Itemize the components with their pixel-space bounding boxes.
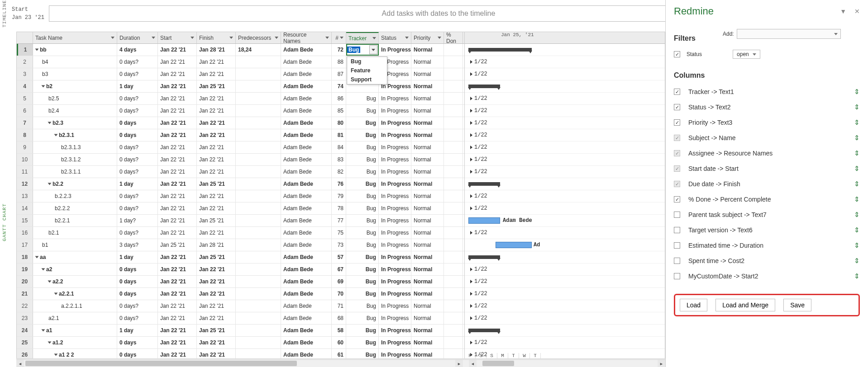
status-cell[interactable]: In Progress (379, 202, 411, 214)
expand-caret-icon[interactable] (35, 256, 39, 259)
number-cell[interactable]: 67 (332, 263, 346, 275)
start-cell[interactable]: Jan 22 '21 (158, 337, 197, 348)
start-cell[interactable]: Jan 22 '21 (158, 288, 197, 300)
tracker-cell[interactable]: Bug (346, 300, 379, 312)
priority-cell[interactable]: Normal (411, 56, 444, 68)
finish-cell[interactable]: Jan 22 '21 (197, 227, 236, 239)
status-cell[interactable]: In Progress (379, 300, 411, 312)
status-cell[interactable]: In Progress (379, 105, 411, 117)
dropdown-icon[interactable]: ▼ (840, 8, 846, 15)
start-cell[interactable]: Jan 22 '21 (158, 80, 197, 92)
tracker-option[interactable]: Feature (347, 66, 387, 75)
priority-cell[interactable]: Normal (411, 141, 444, 153)
row-number[interactable]: 22 (17, 300, 33, 312)
finish-cell[interactable]: Jan 25 '21 (197, 325, 236, 336)
resource-cell[interactable]: Adam Bede (281, 239, 332, 251)
predecessors-cell[interactable]: 18,24 (236, 44, 281, 56)
expand-caret-icon[interactable] (48, 122, 52, 124)
table-row[interactable]: 3b30 days?Jan 22 '21Jan 22 '21Adam Bede8… (17, 68, 464, 80)
table-row[interactable]: 13b.2.2.30 days?Jan 22 '21Jan 22 '21Adam… (17, 190, 464, 202)
start-cell[interactable]: Jan 22 '21 (158, 129, 197, 141)
task-name-cell[interactable]: b2.3.1.1 (33, 166, 117, 178)
scroll-right-icon[interactable]: ► (455, 360, 463, 367)
tracker-cell[interactable]: Bug (346, 263, 379, 275)
start-cell[interactable]: Jan 22 '21 (158, 300, 197, 312)
row-number[interactable]: 21 (17, 288, 33, 300)
table-row[interactable]: 17b13 days?Jan 25 '21Jan 28 '21Adam Bede… (17, 239, 464, 251)
pct-cell[interactable] (444, 190, 463, 202)
task-name-cell[interactable]: b2.2.2 (33, 202, 117, 214)
duration-cell[interactable]: 0 days (117, 117, 158, 129)
table-row[interactable]: 4b21 dayJan 22 '21Jan 25 '21Adam Bede74I… (17, 80, 464, 93)
header-start[interactable]: Start (158, 32, 197, 43)
start-cell[interactable]: Jan 22 '21 (158, 312, 197, 324)
tracker-cell[interactable]: Bug (346, 239, 379, 251)
predecessors-cell[interactable] (236, 80, 281, 92)
start-cell[interactable]: Jan 22 '21 (158, 263, 197, 275)
pct-cell[interactable] (444, 337, 463, 348)
priority-cell[interactable]: Normal (411, 239, 444, 251)
duration-cell[interactable]: 0 days? (117, 227, 158, 239)
drag-handle-icon[interactable]: ⇕ (854, 180, 860, 188)
status-cell[interactable]: In Progress (379, 325, 411, 336)
finish-cell[interactable]: Jan 28 '21 (197, 44, 236, 56)
header-duration[interactable]: Duration (117, 32, 158, 43)
header-priority[interactable]: Priority (411, 32, 444, 43)
predecessors-cell[interactable] (236, 276, 281, 287)
finish-cell[interactable]: Jan 22 '21 (197, 154, 236, 165)
table-row[interactable]: 6b2.40 days?Jan 22 '21Jan 22 '21Adam Bed… (17, 105, 464, 117)
finish-cell[interactable]: Jan 22 '21 (197, 56, 236, 68)
finish-cell[interactable]: Jan 22 '21 (197, 202, 236, 214)
number-cell[interactable]: 78 (332, 202, 346, 214)
load-merge-button[interactable]: Load and Merge (715, 299, 775, 311)
horizontal-scrollbar[interactable]: ◄ ► ◄ ► (16, 359, 665, 367)
start-cell[interactable]: Jan 22 '21 (158, 202, 197, 214)
resource-cell[interactable]: Adam Bede (281, 80, 332, 92)
expand-caret-icon[interactable] (42, 85, 45, 88)
predecessors-cell[interactable] (236, 56, 281, 68)
status-cell[interactable]: In Progress (379, 239, 411, 251)
number-cell[interactable]: 74 (332, 80, 346, 92)
row-number[interactable]: 24 (17, 325, 33, 336)
duration-cell[interactable]: 0 days? (117, 93, 158, 104)
chevron-down-icon[interactable] (372, 37, 376, 39)
finish-cell[interactable]: Jan 22 '21 (197, 93, 236, 104)
duration-cell[interactable]: 0 days (117, 276, 158, 287)
finish-cell[interactable]: Jan 22 '21 (197, 288, 236, 300)
priority-cell[interactable]: Normal (411, 325, 444, 336)
drag-handle-icon[interactable]: ⇕ (854, 165, 860, 173)
pct-cell[interactable] (444, 141, 463, 153)
predecessors-cell[interactable] (236, 300, 281, 312)
duration-cell[interactable]: 4 days (117, 44, 158, 56)
row-number[interactable]: 3 (17, 68, 33, 80)
tracker-cell[interactable]: Bug (346, 312, 379, 324)
status-cell[interactable]: In Progress (379, 154, 411, 165)
pct-cell[interactable] (444, 239, 463, 251)
table-row[interactable]: 16b2.10 days?Jan 22 '21Jan 22 '21Adam Be… (17, 227, 464, 239)
scroll-thumb[interactable] (482, 361, 514, 366)
column-checkbox[interactable] (674, 89, 680, 95)
start-cell[interactable]: Jan 22 '21 (158, 215, 197, 226)
start-cell[interactable]: Jan 22 '21 (158, 276, 197, 287)
number-cell[interactable]: 85 (332, 105, 346, 117)
finish-cell[interactable]: Jan 22 '21 (197, 312, 236, 324)
predecessors-cell[interactable] (236, 190, 281, 202)
duration-cell[interactable]: 1 day (117, 178, 158, 190)
pct-cell[interactable] (444, 129, 463, 141)
pct-cell[interactable] (444, 215, 463, 226)
tracker-cell[interactable]: Bug (346, 93, 379, 104)
start-cell[interactable]: Jan 22 '21 (158, 349, 197, 358)
predecessors-cell[interactable] (236, 105, 281, 117)
number-cell[interactable]: 88 (332, 56, 346, 68)
expand-caret-icon[interactable] (54, 134, 58, 136)
start-cell[interactable]: Jan 22 '21 (158, 117, 197, 129)
tracker-option[interactable]: Bug (347, 57, 387, 66)
column-checkbox[interactable] (674, 212, 680, 218)
pct-cell[interactable] (444, 227, 463, 239)
pct-cell[interactable] (444, 349, 463, 358)
chevron-down-icon[interactable] (325, 37, 329, 39)
resource-cell[interactable]: Adam Bede (281, 312, 332, 324)
task-name-cell[interactable]: b.2.2.3 (33, 190, 117, 202)
row-number[interactable]: 8 (17, 129, 33, 141)
gantt-summary-bar[interactable] (468, 85, 500, 88)
